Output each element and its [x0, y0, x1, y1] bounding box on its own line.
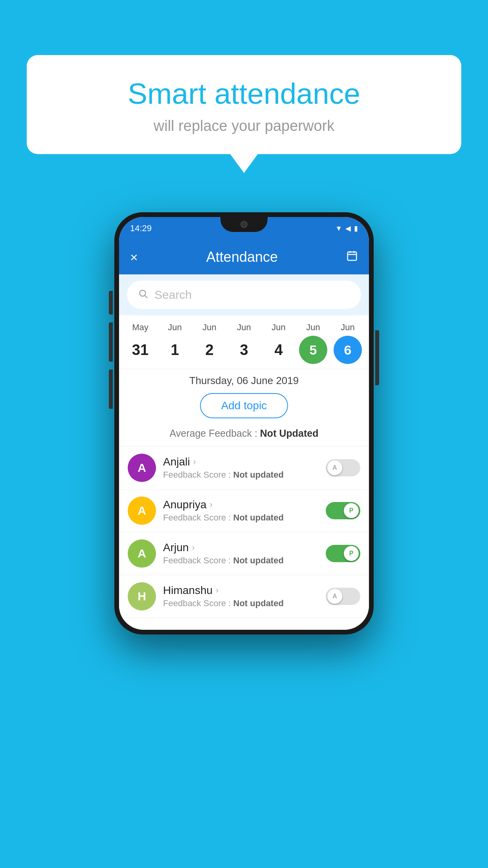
calendar-icon[interactable] — [346, 250, 358, 265]
student-name: Anupriya › — [163, 498, 319, 511]
calendar-day[interactable]: Jun2 — [194, 322, 225, 364]
cal-date[interactable]: 2 — [195, 336, 224, 364]
attendance-toggle[interactable]: A — [326, 588, 360, 605]
wifi-icon: ▼ — [335, 224, 342, 233]
search-bar[interactable]: Search — [127, 281, 361, 309]
feedback-score: Feedback Score : Not updated — [163, 555, 319, 566]
avg-feedback: Average Feedback : Not Updated — [119, 425, 369, 447]
student-name: Anjali › — [163, 456, 319, 468]
app-toolbar: × Attendance — [119, 240, 369, 274]
chevron-icon: › — [193, 457, 196, 467]
attendance-toggle[interactable]: A — [326, 459, 360, 476]
signal-icon: ◀ — [345, 224, 351, 233]
calendar-day[interactable]: May31 — [125, 322, 156, 364]
cal-date[interactable]: 31 — [126, 336, 154, 364]
calendar-strip: May31Jun1Jun2Jun3Jun4Jun5Jun6 — [119, 315, 369, 369]
cal-date[interactable]: 3 — [230, 336, 258, 364]
toggle-knob: P — [344, 503, 359, 518]
bottom-fade — [119, 618, 369, 630]
svg-point-4 — [139, 290, 145, 296]
phone-container: 14:29 ▼ ◀ ▮ × Attendance — [114, 212, 374, 634]
phone-notch — [220, 217, 268, 232]
feedback-score: Feedback Score : Not updated — [163, 598, 319, 609]
phone-outer: 14:29 ▼ ◀ ▮ × Attendance — [114, 212, 374, 634]
chevron-icon: › — [192, 542, 194, 553]
toggle-on[interactable]: P — [326, 545, 360, 562]
attendance-toggle[interactable]: P — [326, 545, 360, 562]
add-topic-container: Add topic — [119, 390, 369, 425]
cal-month: Jun — [168, 322, 182, 333]
svg-line-5 — [145, 295, 147, 298]
phone-side-button-power — [109, 291, 113, 314]
phone-side-button-vol-down — [109, 370, 113, 409]
cal-date[interactable]: 6 — [334, 336, 362, 364]
chevron-icon: › — [210, 500, 213, 510]
calendar-day[interactable]: Jun5 — [298, 322, 328, 364]
close-button[interactable]: × — [130, 250, 138, 265]
cal-month: Jun — [341, 322, 354, 333]
add-topic-button[interactable]: Add topic — [200, 393, 288, 418]
student-info: Anjali ›Feedback Score : Not updated — [163, 456, 319, 480]
avatar: A — [128, 497, 156, 525]
cal-month: May — [132, 322, 149, 333]
calendar-day[interactable]: Jun6 — [332, 322, 363, 364]
student-name: Arjun › — [163, 541, 319, 554]
search-icon — [138, 289, 148, 302]
student-name: Himanshu › — [163, 584, 319, 597]
speech-bubble-container: Smart attendance will replace your paper… — [27, 55, 461, 154]
toolbar-title: Attendance — [206, 249, 278, 265]
student-item[interactable]: HHimanshu ›Feedback Score : Not updated … — [119, 575, 369, 618]
calendar-day[interactable]: Jun4 — [263, 322, 294, 364]
student-item[interactable]: AAnupriya ›Feedback Score : Not updated … — [119, 489, 369, 532]
svg-rect-0 — [348, 252, 357, 260]
student-list: AAnjali ›Feedback Score : Not updated A … — [119, 447, 369, 618]
avatar: A — [128, 454, 156, 482]
toggle-knob: A — [327, 460, 342, 475]
avatar: H — [128, 582, 156, 611]
calendar-day[interactable]: Jun3 — [229, 322, 259, 364]
cal-month: Jun — [272, 322, 285, 333]
avg-feedback-label: Average Feedback : — [170, 428, 257, 439]
phone-screen: 14:29 ▼ ◀ ▮ × Attendance — [119, 217, 369, 630]
avg-feedback-value: Not Updated — [260, 428, 319, 439]
cal-month: Jun — [237, 322, 251, 333]
chevron-icon: › — [216, 585, 218, 596]
battery-icon: ▮ — [354, 224, 358, 233]
search-bar-container: Search — [119, 274, 369, 315]
feedback-score: Feedback Score : Not updated — [163, 513, 319, 523]
phone-side-button-vol-up — [109, 322, 113, 362]
cal-date[interactable]: 1 — [161, 336, 189, 364]
bubble-title: Smart attendance — [50, 77, 438, 110]
toggle-off[interactable]: A — [326, 588, 360, 605]
toggle-knob: A — [327, 589, 342, 604]
student-item[interactable]: AAnjali ›Feedback Score : Not updated A — [119, 447, 369, 489]
cal-month: Jun — [306, 322, 320, 333]
student-info: Arjun ›Feedback Score : Not updated — [163, 541, 319, 566]
status-time: 14:29 — [130, 223, 152, 234]
student-info: Himanshu ›Feedback Score : Not updated — [163, 584, 319, 609]
calendar-day[interactable]: Jun1 — [160, 322, 190, 364]
selected-date-label: Thursday, 06 June 2019 — [119, 369, 369, 390]
student-item[interactable]: AArjun ›Feedback Score : Not updated P — [119, 532, 369, 575]
toggle-on[interactable]: P — [326, 502, 360, 519]
cal-month: Jun — [202, 322, 216, 333]
attendance-toggle[interactable]: P — [326, 502, 360, 519]
search-placeholder: Search — [154, 288, 192, 302]
phone-side-button-right — [375, 330, 379, 385]
cal-date[interactable]: 4 — [264, 336, 293, 364]
camera — [240, 221, 248, 228]
status-icons: ▼ ◀ ▮ — [335, 224, 358, 233]
toggle-off[interactable]: A — [326, 459, 360, 476]
speech-bubble: Smart attendance will replace your paper… — [27, 55, 461, 154]
cal-date[interactable]: 5 — [299, 336, 327, 364]
student-info: Anupriya ›Feedback Score : Not updated — [163, 498, 319, 523]
feedback-score: Feedback Score : Not updated — [163, 470, 319, 480]
bubble-subtitle: will replace your paperwork — [50, 118, 438, 134]
toggle-knob: P — [344, 546, 359, 561]
status-bar: 14:29 ▼ ◀ ▮ — [119, 217, 369, 240]
avatar: A — [128, 539, 156, 568]
